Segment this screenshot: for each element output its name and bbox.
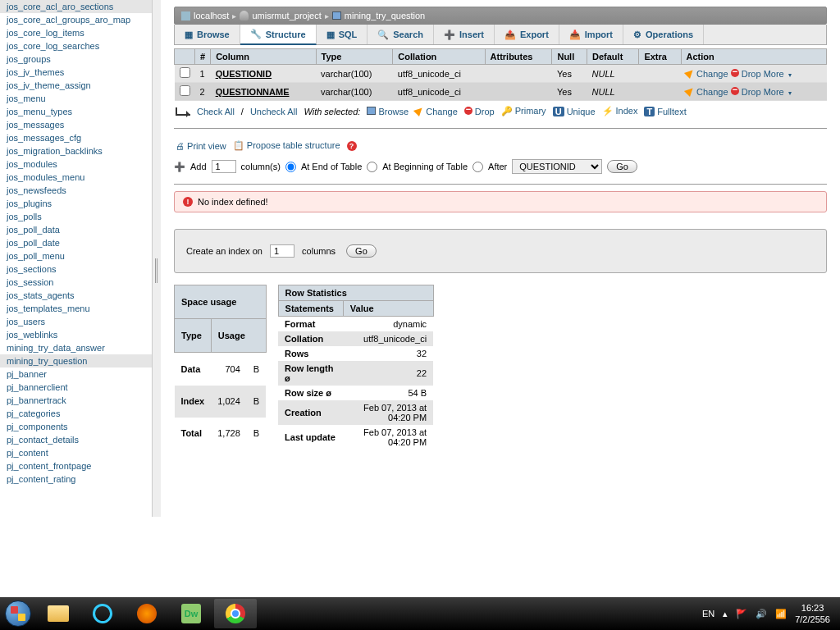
more-link[interactable]: More xyxy=(764,87,792,97)
sidebar[interactable]: jos_core_acl_aro_sectionsjos_core_acl_gr… xyxy=(0,0,153,517)
add-go-button[interactable]: Go xyxy=(607,160,637,173)
at-beginning-radio[interactable] xyxy=(367,162,377,172)
network-icon[interactable]: 📶 xyxy=(775,609,787,619)
sidebar-item[interactable]: jos_poll_menu xyxy=(0,249,152,262)
sidebar-item[interactable]: jos_modules xyxy=(0,158,152,171)
uncheck-all-link[interactable]: Uncheck All xyxy=(250,107,297,116)
dreamweaver-taskbar-button[interactable]: Dw xyxy=(170,599,212,628)
ie-taskbar-button[interactable] xyxy=(81,599,124,628)
sidebar-item[interactable]: mining_try_question xyxy=(0,354,152,368)
bulk-browse[interactable]: Browse xyxy=(367,107,409,116)
col-action-header[interactable]: Action xyxy=(681,49,827,65)
bulk-unique[interactable]: U Unique xyxy=(553,107,596,116)
change-link[interactable]: Change xyxy=(686,69,728,79)
flag-icon[interactable]: 🚩 xyxy=(736,609,747,619)
at-end-radio[interactable] xyxy=(285,162,296,172)
sidebar-item[interactable]: jos_migration_backlinks xyxy=(0,144,152,158)
sidebar-item[interactable]: jos_core_log_searches xyxy=(0,39,152,52)
more-link[interactable]: More xyxy=(764,69,792,79)
check-all-link[interactable]: Check All xyxy=(197,107,235,116)
system-tray[interactable]: EN ▴ 🚩 🔊 📶 16:237/2/2556 xyxy=(702,602,840,626)
sidebar-item[interactable]: jos_plugins xyxy=(0,197,152,210)
col-name-header[interactable]: Column xyxy=(211,49,316,65)
sidebar-item[interactable]: jos_messages_cfg xyxy=(0,131,152,144)
propose-structure-link[interactable]: 📋 Propose table structure xyxy=(233,140,340,151)
bulk-primary[interactable]: 🔑 Primary xyxy=(501,106,546,116)
after-column-select[interactable]: QUESTIONID xyxy=(512,159,602,174)
sidebar-item[interactable]: jos_poll_data xyxy=(0,223,152,236)
col-null-header[interactable]: Null xyxy=(552,49,587,65)
sidebar-item[interactable]: pj_categories xyxy=(0,407,152,420)
column-name[interactable]: QUESTIONID xyxy=(216,69,272,79)
start-button[interactable] xyxy=(0,597,36,630)
after-radio[interactable] xyxy=(472,162,483,172)
sidebar-item[interactable]: pj_bannerclient xyxy=(0,381,152,394)
tab-export[interactable]: 📤Export xyxy=(495,25,559,44)
bulk-index[interactable]: ⚡ Index xyxy=(602,106,638,116)
col-num-header[interactable]: # xyxy=(195,49,211,65)
explorer-taskbar-button[interactable] xyxy=(37,599,80,628)
sidebar-item[interactable]: jos_templates_menu xyxy=(0,302,152,315)
sidebar-item[interactable]: jos_session xyxy=(0,276,152,289)
sidebar-item[interactable]: pj_banner xyxy=(0,368,152,381)
column-name[interactable]: QUESTIONNAME xyxy=(216,87,290,97)
add-count-input[interactable] xyxy=(212,160,236,173)
info-icon[interactable]: ? xyxy=(347,141,357,151)
sidebar-item[interactable]: jos_jv_themes xyxy=(0,66,152,79)
sidebar-item[interactable]: mining_try_data_answer xyxy=(0,341,152,354)
bulk-fulltext[interactable]: T Fulltext xyxy=(644,107,686,116)
tray-chevron-icon[interactable]: ▴ xyxy=(723,609,728,619)
bulk-drop[interactable]: Drop xyxy=(464,107,495,116)
drop-link[interactable]: Drop xyxy=(731,69,761,79)
firefox-taskbar-button[interactable] xyxy=(126,599,168,628)
taskbar[interactable]: Dw EN ▴ 🚩 🔊 📶 16:237/2/2556 xyxy=(0,597,840,630)
tab-search[interactable]: 🔍Search xyxy=(368,25,434,44)
tab-operations[interactable]: ⚙Operations xyxy=(623,25,704,44)
sidebar-item[interactable]: jos_core_acl_groups_aro_map xyxy=(0,13,152,26)
index-go-button[interactable]: Go xyxy=(346,244,377,258)
index-columns-input[interactable] xyxy=(270,244,294,258)
sidebar-item[interactable]: jos_messages xyxy=(0,118,152,131)
tab-sql[interactable]: ▦SQL xyxy=(317,25,368,44)
sidebar-item[interactable]: jos_menu xyxy=(0,92,152,105)
sidebar-item[interactable]: jos_modules_menu xyxy=(0,171,152,184)
sidebar-item[interactable]: pj_bannertrack xyxy=(0,394,152,407)
sidebar-item[interactable]: jos_newsfeeds xyxy=(0,184,152,197)
tab-insert[interactable]: ➕Insert xyxy=(434,25,495,44)
sidebar-item[interactable]: jos_jv_theme_assign xyxy=(0,79,152,92)
col-collation-header[interactable]: Collation xyxy=(393,49,485,65)
sidebar-item[interactable]: jos_stats_agents xyxy=(0,289,152,302)
language-indicator[interactable]: EN xyxy=(702,609,714,619)
change-link[interactable]: Change xyxy=(686,87,728,97)
tab-browse[interactable]: ▦Browse xyxy=(175,25,240,44)
sidebar-item[interactable]: pj_content_rating xyxy=(0,472,152,486)
breadcrumb-host[interactable]: localhost xyxy=(181,11,229,21)
sidebar-item[interactable]: pj_content_frontpage xyxy=(0,459,152,472)
col-extra-header[interactable]: Extra xyxy=(639,49,681,65)
sidebar-item[interactable]: jos_polls xyxy=(0,210,152,223)
sidebar-item[interactable]: jos_groups xyxy=(0,52,152,66)
sidebar-item[interactable]: jos_core_acl_aro_sections xyxy=(0,0,152,13)
sidebar-resizer[interactable] xyxy=(153,0,161,517)
sidebar-item[interactable]: pj_content xyxy=(0,446,152,459)
breadcrumb-table[interactable]: mining_try_question xyxy=(332,11,425,21)
sidebar-item[interactable]: pj_components xyxy=(0,420,152,433)
bulk-change[interactable]: Change xyxy=(415,107,458,116)
sidebar-item[interactable]: jos_weblinks xyxy=(0,328,152,341)
chrome-taskbar-button[interactable] xyxy=(214,599,257,628)
sidebar-item[interactable]: jos_core_log_items xyxy=(0,26,152,39)
col-attr-header[interactable]: Attributes xyxy=(485,49,552,65)
tab-structure[interactable]: 🔧Structure xyxy=(240,25,317,45)
sidebar-item[interactable]: jos_poll_date xyxy=(0,236,152,249)
print-view-link[interactable]: 🖨 Print view xyxy=(176,141,226,151)
row-checkbox[interactable] xyxy=(180,67,190,78)
sidebar-item[interactable]: jos_menu_types xyxy=(0,105,152,118)
col-type-header[interactable]: Type xyxy=(316,49,393,65)
sidebar-item[interactable]: jos_sections xyxy=(0,262,152,276)
sidebar-item[interactable]: pj_contact_details xyxy=(0,433,152,446)
breadcrumb-db[interactable]: umisrmut_project xyxy=(240,11,321,21)
clock[interactable]: 16:237/2/2556 xyxy=(795,602,830,626)
tab-import[interactable]: 📥Import xyxy=(559,25,623,44)
sidebar-item[interactable]: jos_users xyxy=(0,315,152,328)
col-default-header[interactable]: Default xyxy=(587,49,639,65)
